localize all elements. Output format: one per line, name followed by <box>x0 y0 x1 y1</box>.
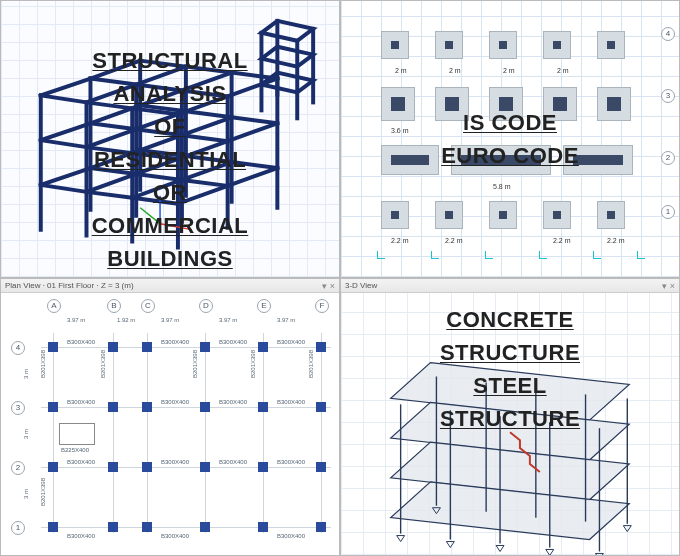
grid-bubble: A <box>47 299 61 313</box>
beam-label: B201X398 <box>100 350 106 378</box>
dimension-text: 3.97 m <box>67 317 85 323</box>
view-title: Plan View · 01 First Floor · Z = 3 (m) <box>5 281 134 290</box>
grid-bubble: D <box>199 299 213 313</box>
dimension-text: 3.97 m <box>219 317 237 323</box>
dimension-text: 2 m <box>395 67 407 74</box>
grid-bubble: B <box>107 299 121 313</box>
svg-line-17 <box>140 208 160 224</box>
beam-label: B300X400 <box>161 339 189 345</box>
grid-bubble: 1 <box>11 521 25 535</box>
four-panel-grid: STRUCTURAL ANALYSIS OF RESIDENTIAL OR CO… <box>0 0 680 556</box>
dimension-text: 3.97 m <box>161 317 179 323</box>
beam-label: B225X400 <box>61 447 89 453</box>
isometric-building-drawing <box>1 1 339 277</box>
grid-bubble: F <box>315 299 329 313</box>
beam-label: B300X400 <box>277 533 305 539</box>
beam-label: B300X400 <box>219 459 247 465</box>
dimension-text: 2.2 m <box>445 237 463 244</box>
view-titlebar: Plan View · 01 First Floor · Z = 3 (m) ▾… <box>1 279 339 293</box>
beam-label: B300X400 <box>161 533 189 539</box>
grid-bubble: 4 <box>11 341 25 355</box>
beam-label: B300X400 <box>277 399 305 405</box>
beam-label: B201X398 <box>40 350 46 378</box>
grid-bubble: 3 <box>11 401 25 415</box>
dimension-text: 2 m <box>503 67 515 74</box>
3d-frame-drawing <box>341 293 679 556</box>
view-titlebar: 3-D View ▾ × <box>341 279 679 293</box>
grid-bubble: 4 <box>661 27 675 41</box>
dimension-text: 2.2 m <box>391 237 409 244</box>
dimension-text: 3.97 m <box>277 317 295 323</box>
opening <box>59 423 95 445</box>
dimension-text: 2 m <box>557 67 569 74</box>
beam-label: B300X400 <box>67 533 95 539</box>
beam-label: B201X398 <box>40 478 46 506</box>
dimension-text: 2.2 m <box>607 237 625 244</box>
grid-bubble: 2 <box>11 461 25 475</box>
dimension-text: 5.8 m <box>493 183 511 190</box>
panel-foundation-plan: 2 m 2 m 2 m 2 m 3.6 m 2.2 m 2.2 m 5.8 m … <box>340 0 680 278</box>
beam-label: B300X400 <box>277 459 305 465</box>
beam-label: B300X400 <box>67 339 95 345</box>
grid-bubble: 1 <box>661 205 675 219</box>
panel-3d-slab-frame: 3-D View ▾ × <box>340 278 680 556</box>
dimension-text: 2.2 m <box>553 237 571 244</box>
close-icon[interactable]: ▾ × <box>662 281 675 291</box>
dimension-text: 3 m <box>23 429 29 439</box>
grid-bubble: 2 <box>661 151 675 165</box>
beam-label: B300X400 <box>219 339 247 345</box>
beam-plan-canvas: A B C D E F 4 3 2 1 3.97 m 1.92 m 3.97 m… <box>1 293 339 555</box>
beam-label: B300X400 <box>67 399 95 405</box>
beam-label: B300X400 <box>161 459 189 465</box>
panel-isometric-frame: STRUCTURAL ANALYSIS OF RESIDENTIAL OR CO… <box>0 0 340 278</box>
dimension-text: 3 m <box>23 489 29 499</box>
dimension-text: 3 m <box>23 369 29 379</box>
beam-label: B201X398 <box>250 350 256 378</box>
panel-beam-plan: Plan View · 01 First Floor · Z = 3 (m) ▾… <box>0 278 340 556</box>
dimension-text: 1.92 m <box>117 317 135 323</box>
beam-label: B300X400 <box>161 399 189 405</box>
beam-label: B300X400 <box>277 339 305 345</box>
close-icon[interactable]: ▾ × <box>322 281 335 291</box>
beam-label: B201X398 <box>192 350 198 378</box>
grid-bubble: 3 <box>661 89 675 103</box>
view-title: 3-D View <box>345 281 377 290</box>
grid-bubble: C <box>141 299 155 313</box>
dimension-text: 2 m <box>449 67 461 74</box>
grid-bubble: E <box>257 299 271 313</box>
dimension-text: 3.6 m <box>391 127 409 134</box>
beam-label: B300X400 <box>219 399 247 405</box>
beam-label: B201X398 <box>308 350 314 378</box>
beam-label: B300X400 <box>67 459 95 465</box>
